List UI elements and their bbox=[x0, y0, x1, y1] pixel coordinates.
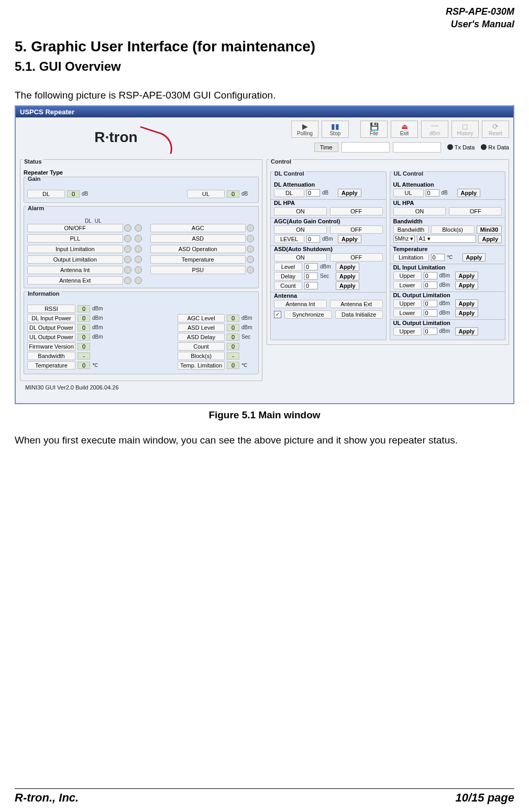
bandwidth-apply-button[interactable]: Apply bbox=[478, 235, 502, 243]
gain-dl-chip: DL bbox=[27, 190, 65, 198]
block-select[interactable]: A1 ▾ bbox=[417, 235, 476, 243]
dl-input-lim-apply-button[interactable]: Apply bbox=[455, 281, 479, 289]
agc-level-input[interactable]: 0 bbox=[306, 235, 320, 243]
logo-swoosh-icon bbox=[135, 126, 177, 154]
file-button[interactable]: 💾File bbox=[360, 121, 388, 138]
dl-output-lim-apply-button[interactable]: Apply bbox=[455, 299, 479, 308]
mini30-button[interactable]: Mini30 bbox=[477, 225, 502, 234]
dl-input-lim-input[interactable]: 0 bbox=[424, 282, 437, 289]
alarm-item: Output Limitation bbox=[27, 255, 123, 264]
ul-att-chip: UL bbox=[393, 189, 424, 197]
dl-att-apply-button[interactable]: Apply bbox=[338, 189, 361, 197]
dl-output-lim-label: Upper bbox=[393, 299, 422, 308]
ul-att-apply-button[interactable]: Apply bbox=[457, 189, 481, 197]
info-label: UL Output Power bbox=[27, 333, 75, 341]
alarm-item: Antenna Ext bbox=[27, 276, 123, 285]
exit-button[interactable]: ⏏Exit bbox=[391, 121, 418, 138]
play-icon: ▶ bbox=[302, 122, 308, 131]
tx-label: Tx Data bbox=[455, 144, 475, 150]
ul-hpa-off-button[interactable]: OFF bbox=[449, 207, 502, 215]
asd-input[interactable]: 0 bbox=[304, 282, 318, 289]
dl-output-lim-unit: dBm bbox=[439, 300, 453, 306]
antenna-ext-button[interactable]: Antenna Ext bbox=[330, 300, 383, 308]
asd-on-button[interactable]: ON bbox=[274, 253, 327, 262]
tx-led-icon bbox=[447, 144, 453, 150]
info-unit: dBm bbox=[241, 315, 255, 321]
info-unit: dBm bbox=[92, 334, 106, 340]
dbm-button[interactable]: 〰dBm bbox=[421, 121, 448, 138]
alarm-led-icon bbox=[135, 256, 142, 263]
asd-legend: ASD(Auto Shutdown) bbox=[274, 246, 383, 252]
dl-att-chip: DL bbox=[274, 189, 304, 197]
agc-on-button[interactable]: ON bbox=[274, 225, 327, 234]
alarm-led-icon bbox=[247, 245, 254, 253]
dl-output-lim-input[interactable]: 0 bbox=[424, 309, 437, 317]
temp-input[interactable]: 0 bbox=[431, 254, 445, 261]
asd-input[interactable]: 0 bbox=[304, 273, 318, 280]
exit-icon: ⏏ bbox=[401, 122, 408, 131]
ul-hpa-on-button[interactable]: ON bbox=[393, 207, 446, 215]
agc-apply-button[interactable]: Apply bbox=[338, 235, 361, 243]
status-panel: Status Repeater Type Gain DL 0 dB UL 0 d… bbox=[20, 159, 262, 381]
file-label: File bbox=[370, 131, 378, 136]
asd-off-button[interactable]: OFF bbox=[330, 253, 383, 262]
figure-caption: Figure 5.1 Main window bbox=[15, 409, 514, 421]
asd-unit: Sec bbox=[320, 273, 334, 279]
temp-apply-button[interactable]: Apply bbox=[462, 253, 486, 262]
alarm-ul-header: UL bbox=[95, 218, 102, 224]
alarm-item: Temperature bbox=[150, 255, 246, 264]
pause-icon: ▮▮ bbox=[331, 122, 339, 131]
ul-output-lim-input[interactable]: 0 bbox=[424, 328, 437, 335]
titlebar: USPCS Repeater bbox=[16, 106, 513, 117]
alarm-item: ON/OFF bbox=[27, 224, 123, 232]
asd-apply-button[interactable]: Apply bbox=[336, 272, 359, 280]
data-initialize-button[interactable]: Data Initialize bbox=[335, 310, 383, 319]
info-label: RSSI bbox=[27, 305, 75, 313]
antenna-int-button[interactable]: Antenna Int bbox=[274, 300, 327, 308]
asd-apply-button[interactable]: Apply bbox=[336, 263, 359, 271]
history-icon: ◻ bbox=[462, 122, 468, 131]
dl-input-lim-input[interactable]: 0 bbox=[424, 272, 437, 279]
ul-output-lim-unit: dBm bbox=[439, 328, 453, 334]
dl-att-input[interactable]: 0 bbox=[306, 189, 320, 197]
info-legend: Information bbox=[26, 290, 61, 297]
intro-text: The following picture is RSP-APE-030M GU… bbox=[15, 90, 514, 101]
gain-ul-value: 0 bbox=[227, 190, 239, 198]
save-icon: 💾 bbox=[370, 122, 379, 131]
dl-input-lim-apply-button[interactable]: Apply bbox=[455, 272, 479, 280]
time-slot-1 bbox=[341, 142, 390, 153]
asd-input[interactable]: 0 bbox=[304, 263, 318, 270]
history-button[interactable]: ◻History bbox=[451, 121, 479, 138]
dl-output-lim-apply-button[interactable]: Apply bbox=[455, 309, 479, 317]
info-unit: dBm bbox=[241, 324, 255, 330]
dl-hpa-off-button[interactable]: OFF bbox=[330, 207, 383, 215]
alarm-item: ASD Operation bbox=[150, 245, 246, 253]
ul-control-legend: UL Control bbox=[392, 170, 425, 177]
polling-button[interactable]: ▶Polling bbox=[291, 121, 318, 138]
ul-att-unit: dB bbox=[442, 190, 455, 196]
info-value: - bbox=[227, 352, 239, 360]
alarm-dl-header: DL bbox=[85, 218, 92, 224]
dl-hpa-on-button[interactable]: ON bbox=[274, 207, 327, 215]
synchronize-button[interactable]: Synchronize bbox=[284, 310, 332, 319]
info-value: 0 bbox=[78, 333, 90, 341]
agc-off-button[interactable]: OFF bbox=[330, 225, 383, 234]
dl-output-lim-label: Lower bbox=[393, 309, 422, 317]
ul-control-panel: UL Control UL Attenuation UL 0 dB Apply … bbox=[390, 171, 506, 340]
sync-checkbox[interactable]: ✓ bbox=[274, 311, 281, 318]
info-label: ASD Delay bbox=[178, 333, 225, 341]
bandwidth-select[interactable]: 5Mhz ▾ bbox=[393, 235, 415, 243]
temperature-legend: Temperature bbox=[393, 246, 502, 252]
stop-button[interactable]: ▮▮Stop bbox=[322, 121, 349, 138]
temp-unit: ℃ bbox=[447, 254, 460, 260]
dl-input-lim-label: Upper bbox=[393, 272, 422, 280]
asd-apply-button[interactable]: Apply bbox=[336, 282, 359, 290]
reset-button[interactable]: ⟳Reset bbox=[482, 121, 509, 138]
logo: R·tron bbox=[20, 121, 250, 154]
dl-output-lim-input[interactable]: 0 bbox=[424, 300, 437, 307]
ul-output-lim-apply-button[interactable]: Apply bbox=[455, 327, 479, 335]
ul-att-input[interactable]: 0 bbox=[426, 189, 439, 197]
alarm-legend: Alarm bbox=[26, 205, 46, 211]
info-label: DL Input Power bbox=[27, 314, 75, 322]
ul-att-legend: UL Attenuation bbox=[393, 181, 502, 188]
